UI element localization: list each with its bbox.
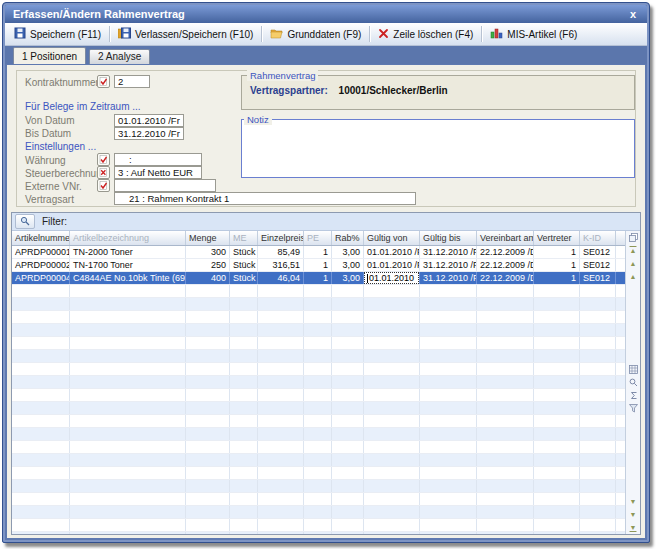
table-cell[interactable] [332, 454, 364, 466]
table-cell[interactable] [304, 389, 332, 401]
table-cell[interactable] [12, 454, 70, 466]
table-cell[interactable] [258, 454, 304, 466]
table-cell[interactable] [580, 415, 616, 427]
table-cell[interactable] [258, 506, 304, 518]
table-cell[interactable] [534, 376, 580, 388]
table-cell[interactable] [186, 441, 230, 453]
table-cell[interactable] [332, 506, 364, 518]
table-cell[interactable] [230, 454, 258, 466]
table-cell[interactable] [230, 480, 258, 492]
table-cell[interactable] [304, 493, 332, 505]
table-cell[interactable] [420, 532, 477, 534]
table-row[interactable] [12, 441, 625, 454]
table-cell[interactable] [332, 428, 364, 440]
table-cell[interactable] [420, 337, 477, 349]
table-cell[interactable] [12, 285, 70, 297]
table-cell[interactable] [332, 337, 364, 349]
table-cell[interactable] [580, 454, 616, 466]
table-row[interactable] [12, 311, 625, 324]
table-cell[interactable] [534, 389, 580, 401]
table-cell[interactable] [477, 298, 534, 310]
table-cell[interactable] [186, 428, 230, 440]
table-cell[interactable]: 316,51 [258, 259, 304, 271]
table-cell[interactable] [230, 324, 258, 336]
table-cell[interactable] [420, 363, 477, 375]
table-cell[interactable] [70, 350, 186, 362]
table-cell[interactable] [12, 506, 70, 518]
column-header[interactable]: Einzelpreis [258, 231, 304, 245]
table-cell[interactable] [186, 298, 230, 310]
table-cell[interactable] [230, 415, 258, 427]
table-cell[interactable] [230, 402, 258, 414]
table-cell[interactable] [186, 350, 230, 362]
column-header[interactable]: K-ID [580, 231, 616, 245]
table-cell[interactable] [420, 454, 477, 466]
table-cell[interactable] [186, 363, 230, 375]
table-cell[interactable] [70, 493, 186, 505]
table-cell[interactable] [420, 506, 477, 518]
table-cell[interactable] [186, 493, 230, 505]
table-cell[interactable] [364, 285, 420, 297]
table-cell[interactable] [364, 337, 420, 349]
table-cell[interactable] [70, 441, 186, 453]
column-select-icon[interactable] [626, 231, 640, 244]
table-cell[interactable] [364, 480, 420, 492]
table-cell[interactable] [258, 493, 304, 505]
table-cell[interactable] [420, 441, 477, 453]
table-cell[interactable] [332, 519, 364, 531]
table-cell[interactable]: 85,49 [258, 246, 304, 258]
table-cell[interactable] [70, 337, 186, 349]
table-cell[interactable]: 46,04 [258, 272, 304, 284]
table-cell[interactable] [258, 350, 304, 362]
table-row[interactable] [12, 298, 625, 311]
column-header[interactable]: Artikelnummer [12, 231, 70, 245]
table-cell[interactable] [230, 441, 258, 453]
table-cell[interactable] [258, 324, 304, 336]
table-row[interactable]: APRDP00001_TN-2000 Toner300Stück85,4913,… [12, 246, 625, 259]
table-cell[interactable]: 01.01.2010 /Fr [364, 246, 420, 258]
table-cell[interactable] [332, 467, 364, 479]
table-cell[interactable] [534, 324, 580, 336]
sum-icon[interactable] [626, 389, 640, 402]
table-cell[interactable] [186, 532, 230, 534]
table-cell[interactable] [477, 519, 534, 531]
table-cell[interactable] [230, 519, 258, 531]
table-cell[interactable]: SE012 [580, 272, 616, 284]
verify-check-icon[interactable] [97, 153, 110, 166]
table-cell[interactable] [534, 337, 580, 349]
table-cell[interactable] [12, 532, 70, 534]
column-header[interactable]: Vereinbart am [477, 231, 534, 245]
table-row[interactable] [12, 506, 625, 519]
table-cell[interactable]: 22.12.2009 /Di [477, 272, 534, 284]
table-cell[interactable] [580, 350, 616, 362]
table-cell[interactable] [70, 324, 186, 336]
table-row[interactable]: APRDP00002TN-1700 Toner250Stück316,5113,… [12, 259, 625, 272]
bis-datum-input[interactable]: 31.12.2010 /Fr [114, 127, 184, 140]
steuerberechnung-input[interactable]: 3 : Auf Netto EUR [114, 166, 202, 179]
table-cell[interactable] [186, 337, 230, 349]
table-cell[interactable] [304, 454, 332, 466]
table-cell[interactable] [258, 532, 304, 534]
table-cell[interactable]: SE012 [580, 246, 616, 258]
externe-vnr-input[interactable] [114, 179, 216, 192]
table-row[interactable] [12, 519, 625, 532]
table-cell[interactable]: Stück [230, 272, 258, 284]
table-cell[interactable] [332, 298, 364, 310]
table-cell[interactable] [186, 285, 230, 297]
table-cell[interactable] [70, 402, 186, 414]
table-cell[interactable] [477, 389, 534, 401]
table-cell[interactable] [186, 324, 230, 336]
filter-search-button[interactable] [15, 214, 35, 229]
table-cell[interactable] [332, 376, 364, 388]
table-row[interactable] [12, 324, 625, 337]
table-cell[interactable] [230, 311, 258, 323]
table-cell[interactable] [230, 493, 258, 505]
table-cell[interactable] [304, 415, 332, 427]
table-cell[interactable] [332, 493, 364, 505]
table-cell[interactable] [364, 311, 420, 323]
table-cell[interactable] [70, 298, 186, 310]
table-cell[interactable] [477, 441, 534, 453]
scroll-up-icon[interactable]: ▲ [626, 257, 640, 270]
table-cell[interactable] [12, 311, 70, 323]
table-cell[interactable]: 01.01.2010 /Fr [364, 259, 420, 271]
